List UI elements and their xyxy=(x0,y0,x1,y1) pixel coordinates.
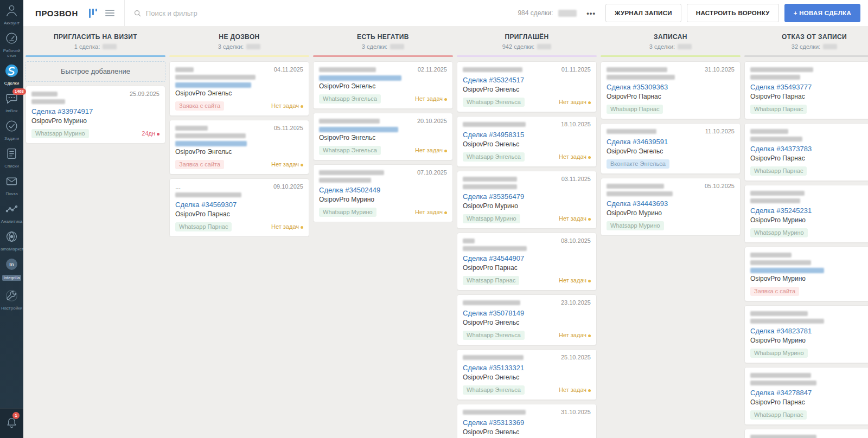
deal-link[interactable]: Сделка #35324517 xyxy=(463,76,524,84)
column-title: ПРИГЛАСИТЬ НА ВИЗИТ xyxy=(25,33,165,41)
card-footer: Whatsapp ЭнгельсаНет задач xyxy=(463,97,591,107)
journal-button[interactable]: ЖУРНАЛ ЗАПИСИ xyxy=(605,4,681,22)
deal-link[interactable]: Сделка #35309363 xyxy=(607,83,668,91)
deal-card[interactable]: 23.10.2025Сделка #35078149OsipovPro Энге… xyxy=(457,294,597,345)
sidebar-item-integrilla[interactable]: InIntegrilla xyxy=(0,257,23,283)
chat-icon: 1468 xyxy=(5,92,18,105)
deal-card[interactable]: Сделка #35493777OsipovPro ПарнасWhatsapp… xyxy=(744,61,868,119)
sidebar-item-settings[interactable]: Настройки xyxy=(0,289,23,311)
deal-link[interactable]: Сделка #35133321 xyxy=(463,364,524,372)
deal-card[interactable]: 31.10.2025Сделка #35313369OsipovPro Энге… xyxy=(457,404,597,438)
column-count: 3 сделки: xyxy=(601,43,741,50)
deal-card[interactable]: 05.10.2025Сделка #34443693OsipovPro Мури… xyxy=(601,178,741,236)
deal-line: Сделка #34278847 xyxy=(750,388,868,397)
deal-card[interactable]: Сделка #34663183OsipovPro ПарнасWhatsapp… xyxy=(744,429,868,438)
sidebar-item-tasks[interactable]: Задачи xyxy=(0,119,23,141)
notifications-area[interactable]: 1 xyxy=(0,408,23,438)
sidebar-item-amomarket[interactable]: amoМаркет xyxy=(0,230,23,252)
deal-link[interactable]: Сделка #34502449 xyxy=(319,186,380,194)
search-input[interactable] xyxy=(146,9,312,17)
task-status: Нет задач xyxy=(559,277,591,284)
topbar-divider xyxy=(124,0,125,26)
deal-date: 31.10.2025 xyxy=(705,66,735,73)
deal-link[interactable]: Сделка #35356479 xyxy=(463,192,524,201)
new-deal-button[interactable]: + НОВАЯ СДЕЛКА xyxy=(784,4,860,22)
deal-card[interactable]: Сделка #35245231OsipovPro МуриноWhatsapp… xyxy=(744,185,868,243)
kanban-view-icon[interactable] xyxy=(89,9,97,18)
redacted-text xyxy=(607,184,664,189)
deal-card[interactable]: 04.11.2025OsipovPro ЭнгельсЗаявка с сайт… xyxy=(169,61,309,116)
deal-card[interactable]: Сделка #34278847OsipovPro ПарнасWhatsapp… xyxy=(744,367,868,425)
deal-card[interactable]: 01.11.2025Сделка #35324517OsipovPro Энге… xyxy=(457,61,597,112)
deal-card[interactable]: 05.11.2025OsipovPro ЭнгельсЗаявка с сайт… xyxy=(169,120,309,175)
sidebar-item-lists[interactable]: Списки xyxy=(0,147,23,169)
deal-card[interactable]: OsipovPro МуриноЗаявка с сайта xyxy=(744,247,868,301)
deal-link[interactable]: Сделка #34544907 xyxy=(463,254,524,262)
deal-link[interactable]: Сделка #35313369 xyxy=(463,418,524,427)
deal-line: Сделка #34544907 xyxy=(463,253,591,263)
deal-card[interactable]: ...09.10.2025Сделка #34569307OsipovPro П… xyxy=(169,178,309,237)
sidebar-item-desktop[interactable]: Рабочий стол xyxy=(0,31,23,58)
column-cards: 01.11.2025Сделка #35324517OsipovPro Энге… xyxy=(457,61,597,438)
deal-company: OsipovPro Энгельс xyxy=(463,86,591,93)
sidebar-item-mail[interactable]: Почта xyxy=(0,175,23,196)
quick-add-button[interactable]: Быстрое добавление xyxy=(25,61,165,82)
deal-tag: Whatsapp Мурино xyxy=(319,208,376,217)
deal-link[interactable]: Сделка #35078149 xyxy=(463,309,524,317)
sidebar-item-analytics[interactable]: Аналитика xyxy=(0,202,23,224)
deal-card[interactable]: 02.11.2025OsipovPro ЭнгельсWhatsapp Энге… xyxy=(313,61,453,109)
contact-name xyxy=(463,354,557,360)
contact-name xyxy=(463,409,557,415)
deal-link[interactable]: Сделка #34569307 xyxy=(175,201,237,209)
deal-link[interactable]: Сделка #34278847 xyxy=(750,389,812,397)
redacted-text xyxy=(750,191,805,196)
deal-link[interactable]: Сделка #34958315 xyxy=(463,131,524,139)
deal-link[interactable]: Сделка #33974917 xyxy=(31,107,93,115)
deal-card[interactable]: 25.09.2025Сделка #33974917OsipovPro Мури… xyxy=(25,86,165,144)
deal-card[interactable]: 08.10.2025Сделка #34544907OsipovPro Парн… xyxy=(457,233,597,291)
deal-company: OsipovPro Парнас xyxy=(750,93,868,100)
task-status-dot xyxy=(588,280,591,282)
deal-tag: Whatsapp Мурино xyxy=(750,349,808,358)
check-icon xyxy=(5,119,18,133)
sidebar-item-deals[interactable]: Сделки xyxy=(0,64,23,86)
deal-card[interactable]: 31.10.2025Сделка #35309363OsipovPro Парн… xyxy=(601,61,741,119)
deal-link[interactable]: Сделка #35493777 xyxy=(750,83,812,91)
deal-company: OsipovPro Энгельс xyxy=(175,148,303,156)
sidebar-item-account[interactable]: Аккаунт xyxy=(0,4,23,25)
column-accent-line xyxy=(169,55,309,57)
deal-card[interactable]: 03.11.2025Сделка #35356479OsipovPro Мури… xyxy=(457,171,597,229)
deal-date: 25.09.2025 xyxy=(130,91,159,97)
more-actions-button[interactable]: ••• xyxy=(582,6,600,21)
deal-card[interactable]: 25.10.2025Сделка #35133321OsipovPro Энге… xyxy=(457,349,597,400)
deal-card[interactable]: 11.10.2025Сделка #34639591OsipovPro Энге… xyxy=(601,123,741,174)
sidebar-item-imbox[interactable]: 1468imBox xyxy=(0,92,23,113)
sidebar-item-label: Аналитика xyxy=(0,219,23,224)
deal-date: 01.11.2025 xyxy=(561,66,591,73)
redacted-text xyxy=(463,355,524,360)
column-header: НЕ ДОЗВОН3 сделки: xyxy=(169,26,309,57)
pipeline-title: ПРОЗВОН xyxy=(35,9,78,18)
redacted-text xyxy=(607,67,667,72)
deal-link[interactable]: Сделка #34373783 xyxy=(750,145,812,153)
deal-link[interactable]: Сделка #35245231 xyxy=(750,207,812,215)
column-count: 1 сделка: xyxy=(25,43,165,50)
deal-tag: Заявка с сайта xyxy=(750,287,799,296)
column-title: ЕСТЬ НЕГАТИВ xyxy=(313,33,453,41)
deal-company: OsipovPro Энгельс xyxy=(319,82,447,90)
contact-name xyxy=(31,91,125,104)
deal-link[interactable]: Сделка #34823781 xyxy=(750,327,812,335)
deal-link[interactable]: Сделка #34639591 xyxy=(607,138,668,146)
deal-card[interactable]: 07.10.2025Сделка #34502449OsipovPro Мури… xyxy=(313,164,453,222)
setup-funnel-button[interactable]: НАСТРОИТЬ ВОРОНКУ xyxy=(687,4,779,22)
column-accent-line xyxy=(313,55,453,57)
card-header: 25.10.2025 xyxy=(463,354,591,360)
kanban-column: НЕ ДОЗВОН3 сделки:04.11.2025OsipovPro Эн… xyxy=(169,26,309,438)
list-view-icon[interactable] xyxy=(105,10,114,16)
deal-card[interactable]: Сделка #34823781OsipovPro МуриноWhatsapp… xyxy=(744,305,868,363)
deal-card[interactable]: Сделка #34373783OsipovPro ПарнасWhatsapp… xyxy=(744,123,868,181)
deal-card[interactable]: 20.10.2025OsipovPro ЭнгельсWhatsapp Энге… xyxy=(313,113,453,160)
deal-company: OsipovPro Энгельс xyxy=(463,319,591,326)
deal-link[interactable]: Сделка #34443693 xyxy=(607,199,668,208)
deal-card[interactable]: 18.10.2025Сделка #34958315OsipovPro Энге… xyxy=(457,116,597,167)
